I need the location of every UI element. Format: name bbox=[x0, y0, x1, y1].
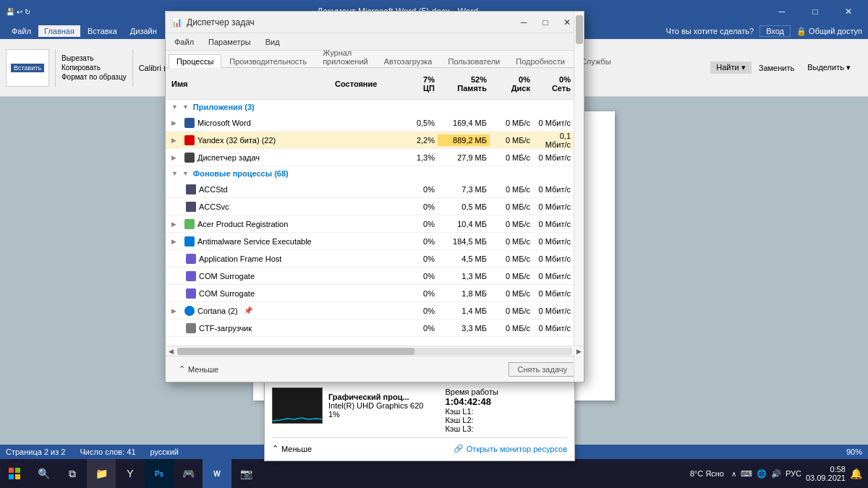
tab-performance[interactable]: Производительность bbox=[221, 54, 315, 68]
restore-button[interactable]: □ bbox=[799, 0, 832, 23]
ribbon-tab-home[interactable]: Главная bbox=[38, 25, 80, 37]
table-row[interactable]: CTF-загрузчик 0% 3,3 МБ 0 МБ/с 0 Мбит/с bbox=[166, 320, 584, 337]
section-background[interactable]: ▼ Фоновые процессы (68) bbox=[166, 166, 584, 181]
status-lang: русский bbox=[150, 448, 179, 456]
search-button[interactable]: 🔍 bbox=[29, 459, 58, 488]
col-header-status[interactable]: Состояние bbox=[329, 77, 394, 91]
table-row[interactable]: ▶ Microsoft Word 0,5% 169,4 МБ 0 МБ/с 0 … bbox=[166, 114, 584, 132]
proc-name: ACCStd bbox=[166, 183, 329, 196]
antimalware-icon bbox=[184, 236, 195, 247]
col-header-cpu[interactable]: 7% ЦП bbox=[394, 72, 438, 95]
vertical-scrollbar[interactable] bbox=[574, 12, 584, 382]
taskbar-icon-explorer[interactable]: 📁 bbox=[87, 459, 116, 488]
table-row[interactable]: ACCSvc 0% 0,5 МБ 0 МБ/с 0 Мбит/с bbox=[166, 198, 584, 215]
proc-cpu: 0% bbox=[394, 288, 438, 299]
proc-status bbox=[329, 188, 394, 191]
proc-name: ▶ Cortana (2) 📌 bbox=[166, 304, 329, 317]
open-monitor-link[interactable]: 🔗 Открыть монитор ресурсов bbox=[454, 444, 567, 453]
tm-menu-params[interactable]: Параметры bbox=[203, 36, 257, 48]
expand-icon: ▶ bbox=[171, 221, 182, 228]
tab-app-history[interactable]: Журнал приложений bbox=[315, 46, 376, 68]
less-button[interactable]: ⌃ Меньше bbox=[173, 362, 224, 376]
table-row[interactable]: Application Frame Host 0% 4,5 МБ 0 МБ/с … bbox=[166, 250, 584, 267]
ribbon-tab-design[interactable]: Дизайн bbox=[124, 25, 163, 37]
proc-disk: 0 МБ/с bbox=[490, 134, 533, 146]
table-row[interactable]: ▶ Yandex (32 бита) (22) 2,2% 889,2 МБ 0 … bbox=[166, 132, 584, 149]
tray-chevron[interactable]: ∧ bbox=[731, 470, 736, 478]
taskbar-clock[interactable]: 0:58 03.09.2021 bbox=[806, 465, 846, 482]
tab-details[interactable]: Подробности bbox=[508, 54, 573, 68]
proc-status bbox=[329, 275, 394, 278]
proc-cpu: 0% bbox=[394, 253, 438, 265]
proc-status bbox=[329, 240, 394, 243]
proc-cpu: 0% bbox=[394, 201, 438, 213]
task-view-button[interactable]: ⧉ bbox=[58, 459, 87, 488]
tm-menu-file[interactable]: Файл bbox=[169, 36, 200, 48]
proc-disk: 0 МБ/с bbox=[490, 201, 533, 213]
proc-name: Application Frame Host bbox=[166, 252, 329, 265]
tm-restore-button[interactable]: □ bbox=[535, 12, 556, 33]
start-button[interactable] bbox=[0, 459, 29, 488]
date-display: 03.09.2021 bbox=[806, 474, 846, 482]
proc-status bbox=[329, 223, 394, 226]
tab-startup[interactable]: Автозагрузка bbox=[376, 54, 441, 68]
expand-icon: ▶ bbox=[171, 137, 182, 144]
table-row[interactable]: ▶ Acer Product Registration 0% 10,4 МБ 0… bbox=[166, 215, 584, 233]
status-page: Страница 2 из 2 bbox=[6, 448, 65, 456]
taskbar-icon-photoshop[interactable]: Ps bbox=[145, 459, 174, 488]
tm-minimize-button[interactable]: ─ bbox=[513, 12, 535, 33]
table-row[interactable]: ▶ Cortana (2) 📌 0% 1,4 МБ 0 МБ/с 0 Мбит/… bbox=[166, 302, 584, 320]
table-row[interactable]: ▶ Antimalware Service Executable 0% 184,… bbox=[166, 233, 584, 250]
proc-name: ▶ Acer Product Registration bbox=[166, 218, 329, 231]
scrollbar-thumb[interactable] bbox=[576, 15, 583, 44]
taskbar-icon-media[interactable]: 📷 bbox=[231, 459, 260, 488]
taskbar-icon-yandex[interactable]: Y bbox=[116, 459, 145, 488]
taskbar-icon-game[interactable]: 🎮 bbox=[174, 459, 203, 488]
taskmgr-icon bbox=[184, 153, 195, 163]
proc-status bbox=[329, 257, 394, 260]
scroll-left-arrow[interactable]: ◀ bbox=[166, 348, 176, 355]
proc-disk: 0 МБ/с bbox=[490, 117, 533, 129]
expand-icon: ▶ bbox=[171, 307, 182, 314]
col-header-disk[interactable]: 0% Диск bbox=[490, 72, 533, 95]
notification-icon[interactable]: 🔔 bbox=[850, 468, 862, 479]
performance-panel: Графический проц... Intel(R) UHD Graphic… bbox=[264, 380, 575, 461]
taskbar-icon-word[interactable]: W bbox=[203, 459, 231, 488]
scroll-right-arrow[interactable]: ▶ bbox=[574, 348, 584, 355]
table-row[interactable]: ▶ Диспетчер задач 1,3% 27,9 МБ 0 МБ/с 0 … bbox=[166, 149, 584, 166]
taskbar-system-tray: 8°C Ясно ∧ ⌨ 🌐 🔊 РУС 0:58 03.09.2021 🔔 bbox=[690, 465, 868, 482]
proc-disk: 0 МБ/с bbox=[490, 236, 533, 247]
proc-status bbox=[329, 139, 394, 142]
ribbon-tab-insert[interactable]: Вставка bbox=[82, 25, 123, 37]
tm-column-headers: Имя Состояние 7% ЦП 52% Память 0% Диск 0… bbox=[166, 68, 584, 100]
lang-indicator[interactable]: РУС bbox=[786, 469, 801, 478]
ribbon-tab-file[interactable]: Файл bbox=[6, 25, 37, 37]
table-row[interactable]: COM Surrogate 0% 1,8 МБ 0 МБ/с 0 Мбит/с bbox=[166, 285, 584, 302]
proc-name: ACCSvc bbox=[166, 200, 329, 213]
chevron-up-icon: ⌃ bbox=[272, 444, 278, 453]
tab-users[interactable]: Пользователи bbox=[440, 54, 508, 68]
tab-processes[interactable]: Процессы bbox=[169, 54, 221, 68]
end-task-button[interactable]: Снять задачу bbox=[509, 362, 577, 377]
proc-status bbox=[329, 205, 394, 208]
section-apps[interactable]: ▼ Приложения (3) bbox=[166, 100, 584, 114]
scroll-thumb[interactable] bbox=[177, 348, 414, 355]
comsurrogate1-icon bbox=[186, 271, 196, 281]
table-row[interactable]: COM Surrogate 0% 1,3 МБ 0 МБ/с 0 Мбит/с bbox=[166, 267, 584, 285]
cache-l2-label: Кэш L2: bbox=[445, 416, 498, 424]
tm-menu-view[interactable]: Вид bbox=[260, 36, 286, 48]
proc-disk: 0 МБ/с bbox=[490, 322, 533, 334]
proc-name: CTF-загрузчик bbox=[166, 322, 329, 335]
proc-name: ▶ Microsoft Word bbox=[166, 116, 329, 129]
perf-less-button[interactable]: ⌃ Меньше bbox=[272, 444, 312, 453]
table-row[interactable]: ACCStd 0% 7,3 МБ 0 МБ/с 0 Мбит/с bbox=[166, 181, 584, 198]
minimize-button[interactable]: ─ bbox=[765, 0, 799, 23]
proc-mem: 1,4 МБ bbox=[438, 305, 490, 317]
proc-mem: 889,2 МБ bbox=[438, 134, 490, 146]
chevron-up-icon: ⌃ bbox=[179, 364, 185, 374]
col-header-name[interactable]: Имя bbox=[166, 77, 329, 91]
close-button[interactable]: ✕ bbox=[832, 0, 865, 23]
proc-status bbox=[329, 121, 394, 124]
tm-horizontal-scrollbar[interactable]: ◀ ▶ bbox=[166, 346, 584, 356]
col-header-mem[interactable]: 52% Память bbox=[438, 72, 490, 95]
